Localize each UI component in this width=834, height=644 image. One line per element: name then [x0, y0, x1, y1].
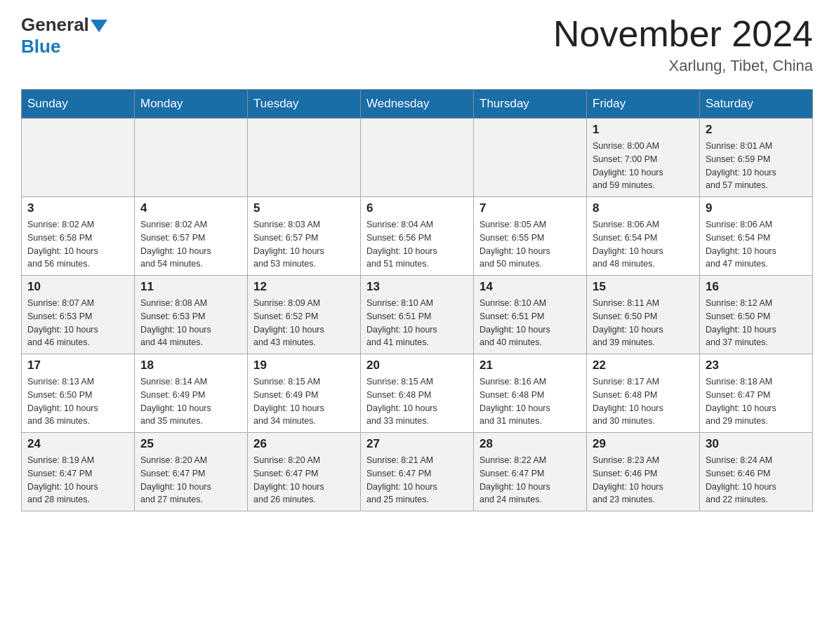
calendar-day-cell: 12Sunrise: 8:09 AM Sunset: 6:52 PM Dayli…	[248, 276, 361, 354]
day-number: 11	[140, 280, 241, 294]
day-info: Sunrise: 8:06 AM Sunset: 6:54 PM Dayligh…	[706, 218, 807, 271]
day-number: 15	[593, 280, 694, 294]
day-info: Sunrise: 8:16 AM Sunset: 6:48 PM Dayligh…	[479, 375, 581, 428]
day-info: Sunrise: 8:20 AM Sunset: 6:47 PM Dayligh…	[140, 454, 241, 507]
day-info: Sunrise: 8:24 AM Sunset: 6:46 PM Dayligh…	[706, 454, 807, 507]
calendar-day-cell: 6Sunrise: 8:04 AM Sunset: 6:56 PM Daylig…	[361, 197, 474, 276]
calendar-day-header: Tuesday	[248, 90, 361, 119]
day-number: 13	[366, 280, 468, 294]
day-number: 22	[593, 358, 694, 373]
day-info: Sunrise: 8:03 AM Sunset: 6:57 PM Dayligh…	[253, 218, 355, 271]
day-info: Sunrise: 8:00 AM Sunset: 7:00 PM Dayligh…	[593, 140, 694, 192]
calendar-week-row: 10Sunrise: 8:07 AM Sunset: 6:53 PM Dayli…	[22, 276, 813, 354]
day-info: Sunrise: 8:21 AM Sunset: 6:47 PM Dayligh…	[366, 454, 468, 507]
day-number: 8	[593, 201, 694, 215]
day-number: 16	[706, 280, 807, 294]
day-info: Sunrise: 8:06 AM Sunset: 6:54 PM Dayligh…	[593, 218, 694, 271]
day-number: 14	[479, 280, 581, 294]
calendar-day-cell: 7Sunrise: 8:05 AM Sunset: 6:55 PM Daylig…	[474, 197, 587, 276]
day-number: 20	[366, 358, 468, 373]
calendar-week-row: 17Sunrise: 8:13 AM Sunset: 6:50 PM Dayli…	[22, 354, 813, 433]
calendar-day-cell: 17Sunrise: 8:13 AM Sunset: 6:50 PM Dayli…	[22, 354, 135, 433]
day-info: Sunrise: 8:15 AM Sunset: 6:48 PM Dayligh…	[366, 375, 468, 428]
day-info: Sunrise: 8:19 AM Sunset: 6:47 PM Dayligh…	[27, 454, 128, 507]
calendar-day-header: Friday	[587, 90, 700, 119]
calendar-day-cell: 22Sunrise: 8:17 AM Sunset: 6:48 PM Dayli…	[587, 354, 700, 433]
calendar-day-cell: 19Sunrise: 8:15 AM Sunset: 6:49 PM Dayli…	[248, 354, 361, 433]
day-info: Sunrise: 8:18 AM Sunset: 6:47 PM Dayligh…	[706, 375, 807, 428]
day-number: 25	[140, 437, 241, 451]
month-title: November 2024	[553, 14, 813, 54]
day-number: 26	[253, 437, 355, 451]
calendar-day-cell: 21Sunrise: 8:16 AM Sunset: 6:48 PM Dayli…	[474, 354, 587, 433]
calendar-header-row: SundayMondayTuesdayWednesdayThursdayFrid…	[22, 90, 813, 119]
calendar-day-cell	[474, 119, 587, 197]
day-info: Sunrise: 8:22 AM Sunset: 6:47 PM Dayligh…	[479, 454, 581, 507]
day-number: 30	[706, 437, 807, 451]
day-info: Sunrise: 8:04 AM Sunset: 6:56 PM Dayligh…	[366, 218, 468, 271]
day-info: Sunrise: 8:10 AM Sunset: 6:51 PM Dayligh…	[479, 297, 581, 349]
calendar-day-cell: 28Sunrise: 8:22 AM Sunset: 6:47 PM Dayli…	[474, 433, 587, 511]
location: Xarlung, Tibet, China	[553, 57, 813, 75]
calendar-day-cell: 11Sunrise: 8:08 AM Sunset: 6:53 PM Dayli…	[135, 276, 248, 354]
calendar-day-header: Thursday	[474, 90, 587, 119]
day-info: Sunrise: 8:02 AM Sunset: 6:58 PM Dayligh…	[27, 218, 128, 271]
calendar-week-row: 1Sunrise: 8:00 AM Sunset: 7:00 PM Daylig…	[22, 119, 813, 197]
calendar-day-cell	[361, 119, 474, 197]
day-info: Sunrise: 8:07 AM Sunset: 6:53 PM Dayligh…	[27, 297, 128, 349]
day-number: 10	[27, 280, 128, 294]
day-number: 7	[479, 201, 581, 215]
calendar-day-cell: 25Sunrise: 8:20 AM Sunset: 6:47 PM Dayli…	[135, 433, 248, 511]
day-info: Sunrise: 8:17 AM Sunset: 6:48 PM Dayligh…	[593, 375, 694, 428]
calendar-day-cell: 4Sunrise: 8:02 AM Sunset: 6:57 PM Daylig…	[135, 197, 248, 276]
day-number: 9	[706, 201, 807, 215]
calendar-day-cell: 16Sunrise: 8:12 AM Sunset: 6:50 PM Dayli…	[700, 276, 813, 354]
logo-general: General	[21, 14, 107, 36]
calendar-day-cell: 2Sunrise: 8:01 AM Sunset: 6:59 PM Daylig…	[700, 119, 813, 197]
day-info: Sunrise: 8:05 AM Sunset: 6:55 PM Dayligh…	[479, 218, 581, 271]
calendar-day-cell: 15Sunrise: 8:11 AM Sunset: 6:50 PM Dayli…	[587, 276, 700, 354]
calendar-day-cell	[248, 119, 361, 197]
calendar-day-cell: 26Sunrise: 8:20 AM Sunset: 6:47 PM Dayli…	[248, 433, 361, 511]
day-info: Sunrise: 8:13 AM Sunset: 6:50 PM Dayligh…	[27, 375, 128, 428]
day-number: 29	[593, 437, 694, 451]
calendar-day-cell	[22, 119, 135, 197]
calendar-day-cell: 29Sunrise: 8:23 AM Sunset: 6:46 PM Dayli…	[587, 433, 700, 511]
calendar-day-cell: 1Sunrise: 8:00 AM Sunset: 7:00 PM Daylig…	[587, 119, 700, 197]
day-info: Sunrise: 8:12 AM Sunset: 6:50 PM Dayligh…	[706, 297, 807, 349]
calendar-day-cell: 27Sunrise: 8:21 AM Sunset: 6:47 PM Dayli…	[361, 433, 474, 511]
logo-blue-text: Blue	[21, 36, 60, 58]
day-number: 27	[366, 437, 468, 451]
day-info: Sunrise: 8:23 AM Sunset: 6:46 PM Dayligh…	[593, 454, 694, 507]
calendar-day-cell: 14Sunrise: 8:10 AM Sunset: 6:51 PM Dayli…	[474, 276, 587, 354]
day-number: 1	[593, 123, 694, 137]
day-number: 24	[27, 437, 128, 451]
calendar-table: SundayMondayTuesdayWednesdayThursdayFrid…	[21, 89, 813, 511]
calendar-day-header: Wednesday	[361, 90, 474, 119]
calendar-day-header: Sunday	[22, 90, 135, 119]
logo-triangle-icon	[91, 20, 107, 32]
day-number: 23	[706, 358, 807, 373]
calendar-day-cell: 10Sunrise: 8:07 AM Sunset: 6:53 PM Dayli…	[22, 276, 135, 354]
day-info: Sunrise: 8:20 AM Sunset: 6:47 PM Dayligh…	[253, 454, 355, 507]
calendar-week-row: 3Sunrise: 8:02 AM Sunset: 6:58 PM Daylig…	[22, 197, 813, 276]
day-info: Sunrise: 8:15 AM Sunset: 6:49 PM Dayligh…	[253, 375, 355, 428]
day-info: Sunrise: 8:14 AM Sunset: 6:49 PM Dayligh…	[140, 375, 241, 428]
calendar-day-cell: 9Sunrise: 8:06 AM Sunset: 6:54 PM Daylig…	[700, 197, 813, 276]
day-info: Sunrise: 8:01 AM Sunset: 6:59 PM Dayligh…	[706, 140, 807, 192]
day-number: 21	[479, 358, 581, 373]
logo: General Blue	[21, 14, 107, 58]
calendar-day-cell: 30Sunrise: 8:24 AM Sunset: 6:46 PM Dayli…	[700, 433, 813, 511]
calendar-day-cell: 13Sunrise: 8:10 AM Sunset: 6:51 PM Dayli…	[361, 276, 474, 354]
title-area: November 2024 Xarlung, Tibet, China	[553, 14, 813, 75]
calendar-day-cell: 20Sunrise: 8:15 AM Sunset: 6:48 PM Dayli…	[361, 354, 474, 433]
calendar-day-cell: 3Sunrise: 8:02 AM Sunset: 6:58 PM Daylig…	[22, 197, 135, 276]
day-number: 2	[706, 123, 807, 137]
day-number: 19	[253, 358, 355, 373]
page-header: General Blue November 2024 Xarlung, Tibe…	[21, 14, 813, 75]
day-info: Sunrise: 8:08 AM Sunset: 6:53 PM Dayligh…	[140, 297, 241, 349]
calendar-day-cell: 23Sunrise: 8:18 AM Sunset: 6:47 PM Dayli…	[700, 354, 813, 433]
calendar-day-header: Monday	[135, 90, 248, 119]
day-info: Sunrise: 8:10 AM Sunset: 6:51 PM Dayligh…	[366, 297, 468, 349]
logo-general-text: General	[21, 14, 89, 36]
